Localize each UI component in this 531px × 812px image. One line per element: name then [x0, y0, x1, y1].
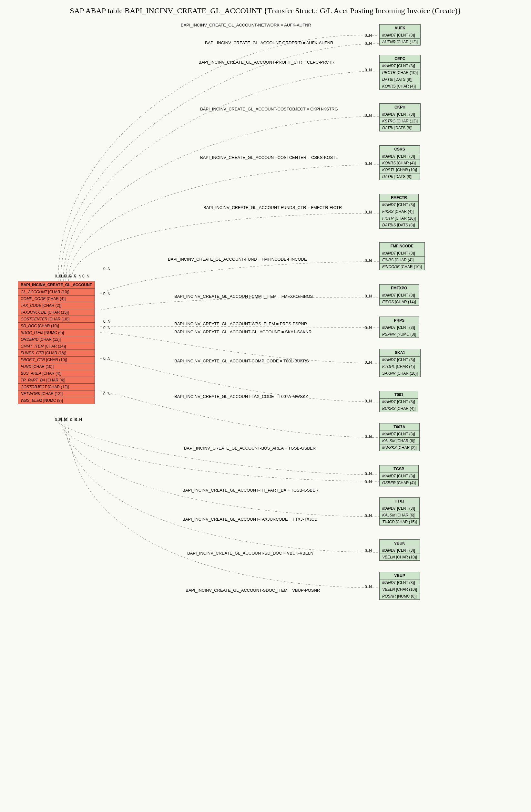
field-type: [CHAR (4)] [45, 378, 65, 382]
field-type: [CHAR (4)] [45, 296, 65, 301]
field-type: [CLNT (3)] [396, 112, 415, 117]
main-field-row: ORDERID [CHAR (12)] [18, 336, 94, 343]
field-type: [CHAR (4)] [396, 84, 416, 88]
connector-lines [3, 3, 528, 809]
field-row: KALSM [CHAR (6)] [380, 438, 419, 445]
relationship-label: BAPI_INCINV_CREATE_GL_ACCOUNT-ORDERID = … [205, 40, 333, 45]
field-row: MANDT [CLNT (3)] [380, 579, 419, 586]
field-row: KOKRS [CHAR (4)] [380, 160, 419, 166]
cardinality-label: 0..N [365, 548, 372, 553]
main-field-row: TR_PART_BA [CHAR (4)] [18, 377, 94, 384]
field-type: [DATS (8)] [393, 126, 412, 130]
field-type: [CHAR (4)] [396, 481, 416, 485]
field-name: TXJCD [382, 520, 395, 524]
field-name: CMMT_ITEM [21, 344, 44, 348]
cardinality-label: 0..N [365, 472, 372, 476]
field-name: KALSM [382, 513, 395, 518]
field-name: MANDT [382, 203, 396, 207]
field-type: [CHAR (10)] [37, 324, 59, 328]
entity-header: PRPS [380, 317, 419, 324]
field-name: FUNDS_CTR [21, 351, 44, 355]
related-entity-csks: CSKSMANDT [CLNT (3)]KOKRS [CHAR (4)]KOST… [379, 145, 420, 180]
field-type: [CLNT (3)] [396, 203, 415, 207]
field-row: DATBI [DATS (8)] [380, 125, 420, 131]
field-name: FICTR [382, 216, 394, 221]
entity-header: AUFK [380, 25, 420, 32]
relationship-label: BAPI_INCINV_CREATE_GL_ACCOUNT-SDOC_ITEM … [186, 588, 320, 593]
field-type: [CHAR (12)] [395, 40, 418, 44]
field-row: DATBIS [DATS (8)] [380, 222, 418, 228]
main-field-row: FUNDS_CTR [CHAR (16)] [18, 350, 94, 357]
field-name: DATBI [382, 77, 393, 82]
related-entity-fmfxpo: FMFXPOMANDT [CLNT (3)]FIPOS [CHAR (14)] [379, 284, 419, 306]
field-name: KOKRS [382, 84, 396, 88]
cardinality-label: 0..N [365, 210, 372, 215]
field-name: MANDT [382, 548, 396, 553]
field-name: KALSM [382, 439, 395, 443]
entity-header: FMFXPO [380, 285, 419, 292]
field-name: VBELN [382, 555, 395, 560]
relationship-label: BAPI_INCINV_CREATE_GL_ACCOUNT-BUS_AREA =… [184, 446, 316, 451]
entity-header: TTXJ [380, 498, 419, 505]
field-row: FIKRS [CHAR (4)] [380, 257, 425, 264]
field-row: FIPOS [CHAR (14)] [380, 299, 419, 305]
field-name: BUS_AREA [21, 371, 41, 376]
field-type: [CHAR (12)] [39, 337, 61, 342]
field-name: AUFNR [382, 40, 395, 44]
field-type: [CHAR (2)] [397, 445, 417, 450]
entity-header: VBUK [380, 540, 419, 547]
field-name: FUND [21, 364, 31, 369]
field-row: MANDT [CLNT (3)] [380, 153, 419, 160]
cardinality-label: 0..N [365, 68, 372, 72]
field-type: [DATS (8)] [393, 174, 412, 179]
field-type: [CHAR (10)] [47, 317, 70, 321]
related-entity-vbup: VBUPMANDT [CLNT (3)]VBELN [CHAR (10)]POS… [379, 572, 420, 600]
field-row: MANDT [CLNT (3)] [380, 357, 420, 363]
field-row: KSTRG [CHAR (12)] [380, 118, 420, 125]
field-name: MANDT [382, 154, 396, 159]
field-name: MANDT [382, 474, 396, 478]
main-field-row: NETWORK [CHAR (12)] [18, 391, 94, 397]
field-row: MANDT [CLNT (3)] [380, 111, 420, 118]
field-name: NETWORK [21, 391, 40, 396]
main-field-row: TAX_CODE [CHAR (2)] [18, 302, 94, 309]
field-name: TAX_CODE [21, 303, 41, 308]
field-type: [CHAR (4)] [394, 209, 413, 214]
main-field-row: COMP_CODE [CHAR (4)] [18, 295, 94, 302]
field-row: MANDT [CLNT (3)] [380, 250, 425, 257]
field-name: WBS_ELEM [21, 398, 42, 403]
field-name: FIKRS [382, 258, 394, 262]
field-type: [CHAR (14)] [44, 344, 66, 348]
cardinality-label: 0..N [365, 294, 372, 299]
main-field-row: SDOC_ITEM [NUMC (6)] [18, 330, 94, 336]
relationship-label: BAPI_INCINV_CREATE_GL_ACCOUNT-COSTOBJECT… [200, 106, 338, 112]
field-name: SDOC_ITEM [21, 330, 43, 335]
field-type: [DATS (8)] [396, 223, 415, 227]
entity-header: T007A [380, 423, 419, 431]
field-name: GSBER [382, 481, 396, 485]
cardinality-label: 0..N [365, 325, 372, 330]
field-name: MANDT [382, 580, 396, 585]
field-type: [CHAR (4)] [41, 371, 61, 376]
related-entity-fmfctr: FMFCTRMANDT [CLNT (3)]FIKRS [CHAR (4)]FI… [379, 194, 419, 229]
field-name: DATBIS [382, 223, 396, 227]
cardinality-label: 0..N [103, 266, 110, 271]
field-type: [CLNT (3)] [396, 474, 415, 478]
field-type: [CHAR (15)] [395, 520, 417, 524]
field-type: [CHAR (15)] [46, 310, 69, 315]
field-row: VBELN [CHAR (10)] [380, 586, 419, 593]
field-type: [CLNT (3)] [396, 400, 415, 404]
entity-header: CEPC [380, 55, 420, 63]
field-name: SAKNR [382, 371, 395, 376]
main-field-row: PROFIT_CTR [CHAR (10)] [18, 357, 94, 363]
related-entity-fmfincode: FMFINCODEMANDT [CLNT (3)]FIKRS [CHAR (4)… [379, 242, 425, 270]
field-type: [CHAR (14)] [394, 300, 416, 304]
cardinality-label: 0..N [365, 161, 372, 166]
field-name: KOSTL [382, 168, 395, 172]
main-field-row: GL_ACCOUNT [CHAR (10)] [18, 289, 94, 295]
cardinality-label: 0..N [75, 418, 82, 422]
field-name: MANDT [382, 251, 396, 256]
field-name: GL_ACCOUNT [21, 290, 47, 294]
field-type: [CHAR (12)] [395, 119, 418, 124]
field-row: FINCODE [CHAR (10)] [380, 264, 425, 270]
